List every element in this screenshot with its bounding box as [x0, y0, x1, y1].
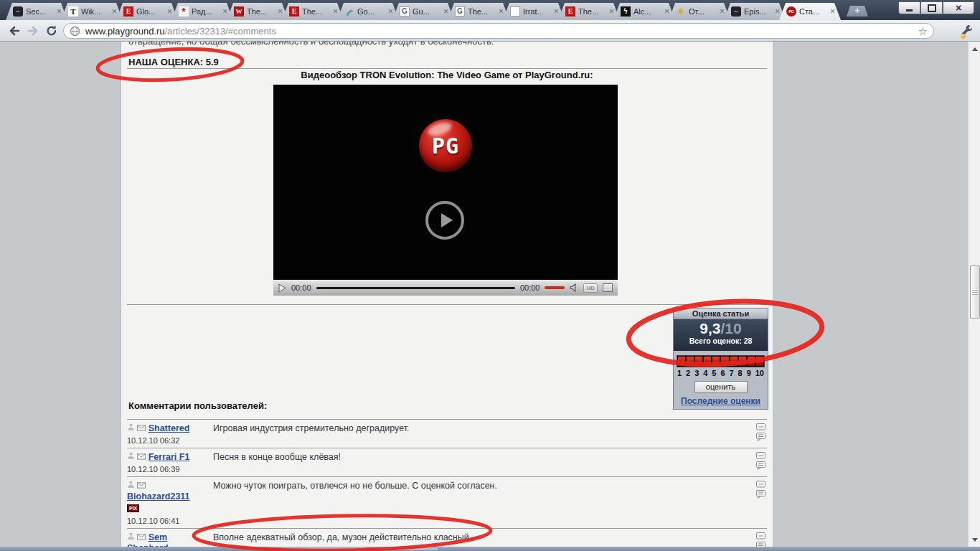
- article-rating-box: Оценка статьи 9,3/10 Всего оценок: 28 12…: [673, 308, 768, 410]
- rating-scale-number[interactable]: 9: [747, 369, 751, 377]
- browser-tab[interactable]: EThe...×: [558, 3, 620, 20]
- rating-scale-number[interactable]: 8: [738, 369, 743, 377]
- address-bar[interactable]: www.playground.ru/articles/32313/#commen…: [63, 23, 934, 39]
- tab-close-icon[interactable]: ×: [775, 6, 780, 17]
- back-button[interactable]: [6, 23, 23, 39]
- duration: 00:00: [520, 283, 540, 292]
- browser-tab[interactable]: ●●Epis...×: [724, 3, 786, 20]
- browser-tab[interactable]: EGlo...×: [116, 3, 178, 20]
- rating-scale-number[interactable]: 4: [703, 369, 707, 377]
- close-icon: ×: [956, 3, 961, 13]
- latest-ratings-link[interactable]: Последние оценки: [681, 396, 760, 406]
- browser-tab[interactable]: EThe...×: [282, 3, 344, 20]
- tab-close-icon[interactable]: ×: [333, 6, 338, 17]
- tab-close-icon[interactable]: ×: [554, 6, 559, 17]
- forward-button[interactable]: [24, 23, 42, 39]
- tab-close-icon[interactable]: ×: [609, 6, 614, 17]
- tab-close-icon[interactable]: ×: [112, 6, 117, 17]
- user-icon: [127, 480, 135, 489]
- fullscreen-button[interactable]: [603, 283, 613, 292]
- comment-username-link[interactable]: Shattered: [149, 423, 190, 433]
- browser-tab[interactable]: ((Go...×: [337, 3, 399, 20]
- tab-label: Wik...: [81, 7, 110, 16]
- tab-close-icon[interactable]: ×: [278, 6, 283, 17]
- complain-icon[interactable]: [756, 532, 765, 540]
- rating-scale-number[interactable]: 7: [729, 369, 733, 377]
- new-tab-button[interactable]: +: [847, 6, 868, 17]
- comment-username-link[interactable]: Ferrari F1: [149, 452, 190, 462]
- scroll-up-button[interactable]: [969, 43, 980, 55]
- tab-close-icon[interactable]: ×: [830, 6, 835, 17]
- video-screen[interactable]: PG: [273, 85, 618, 280]
- browser-tab[interactable]: Irrat...×: [503, 3, 565, 20]
- browser-tab[interactable]: ϟAlc...×: [613, 3, 675, 20]
- minimize-button[interactable]: [898, 1, 920, 14]
- our-score-label: НАША ОЦЕНКА: 5.9: [128, 57, 219, 67]
- progress-bar[interactable]: [316, 287, 515, 289]
- sun-icon: ☀: [676, 6, 686, 17]
- browser-tab[interactable]: *Рад...×: [171, 3, 233, 20]
- quote-icon[interactable]: [756, 461, 765, 470]
- play-overlay-button[interactable]: [425, 201, 464, 240]
- tab-close-icon[interactable]: ×: [222, 6, 227, 17]
- tab-close-icon[interactable]: ×: [499, 6, 504, 17]
- quote-icon[interactable]: [756, 490, 765, 499]
- tab-label: Gu...: [413, 7, 441, 16]
- bookmark-star-icon[interactable]: ☆: [918, 26, 928, 37]
- mail-icon[interactable]: [137, 453, 146, 460]
- rating-scale-number[interactable]: 10: [755, 369, 764, 377]
- quote-icon[interactable]: [756, 433, 765, 441]
- tab-close-icon[interactable]: ×: [167, 6, 172, 17]
- browser-tab[interactable]: ☀От...×: [669, 3, 730, 20]
- rating-bar-segment: [721, 357, 728, 366]
- rating-scale-number[interactable]: 2: [686, 369, 690, 377]
- esquire-e-icon: E: [565, 6, 575, 17]
- comment-username-link[interactable]: Biohazard2311: [127, 491, 190, 501]
- rating-scale-number[interactable]: 5: [712, 369, 716, 377]
- play-button[interactable]: [278, 283, 286, 293]
- settings-wrench-button[interactable]: [960, 24, 976, 39]
- reload-icon: [44, 24, 59, 38]
- restore-button[interactable]: [920, 1, 943, 14]
- scrollbar-thumb[interactable]: [970, 265, 980, 319]
- video-player[interactable]: PG 00:00 00:00 HD: [273, 85, 618, 296]
- back-arrow-icon: [7, 24, 22, 38]
- rating-score: 9,3: [699, 320, 720, 336]
- w-icon: W: [234, 6, 244, 17]
- tab-close-icon[interactable]: ×: [57, 6, 62, 17]
- window-controls: ×: [898, 1, 974, 14]
- tab-close-icon[interactable]: ×: [388, 6, 393, 17]
- g-icon: G: [400, 6, 410, 17]
- browser-tab[interactable]: GGu...×: [392, 3, 454, 20]
- tab-label: Epis...: [744, 7, 773, 16]
- speaker-icon[interactable]: [570, 283, 578, 292]
- rate-button[interactable]: оценить: [694, 381, 748, 393]
- mail-icon[interactable]: [137, 482, 146, 489]
- tab-close-icon[interactable]: ×: [720, 6, 725, 17]
- volume-slider[interactable]: [545, 286, 565, 289]
- browser-tab[interactable]: TWik...×: [61, 3, 123, 20]
- mail-icon[interactable]: [137, 534, 146, 540]
- browser-tab[interactable]: GThe...×: [448, 3, 509, 20]
- scroll-down-button[interactable]: [969, 534, 980, 545]
- rating-scale-number[interactable]: 3: [694, 369, 699, 377]
- comment-date: 10.12.10 06:39: [127, 464, 202, 475]
- complain-icon[interactable]: [756, 452, 765, 459]
- rating-scale-number[interactable]: 1: [677, 369, 682, 377]
- mail-icon[interactable]: [137, 425, 146, 431]
- browser-tab[interactable]: ●●Sec...×: [6, 3, 67, 20]
- rating-scale-number[interactable]: 6: [720, 369, 725, 377]
- complain-icon[interactable]: [756, 481, 765, 488]
- hd-button[interactable]: HD: [583, 283, 598, 293]
- tab-close-icon[interactable]: ×: [443, 6, 448, 17]
- vertical-scrollbar[interactable]: [968, 42, 980, 551]
- browser-tab[interactable]: PGСта...×: [779, 3, 841, 20]
- browser-tab[interactable]: WThe...×: [227, 3, 288, 20]
- tab-close-icon[interactable]: ×: [664, 6, 669, 17]
- tab-label: Sec...: [26, 7, 55, 16]
- comment-text: Песня в конце вообще клёвая!: [202, 451, 754, 475]
- reload-button[interactable]: [43, 23, 60, 39]
- close-window-button[interactable]: ×: [943, 1, 974, 14]
- complain-icon[interactable]: [756, 423, 765, 430]
- video-controls: 00:00 00:00 HD: [273, 280, 618, 296]
